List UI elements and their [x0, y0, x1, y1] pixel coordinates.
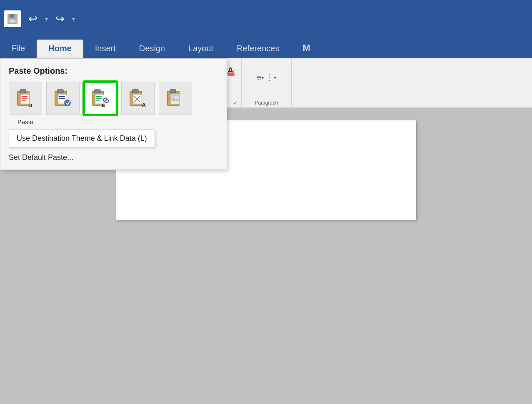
svg-text:a: a [29, 102, 32, 108]
tab-home[interactable]: Home [37, 40, 83, 58]
svg-point-38 [172, 96, 174, 98]
svg-rect-3 [10, 20, 15, 22]
paste-option-label-2 [84, 118, 117, 125]
ribbon: Paste ▾ ✂ ⧉ 🖌 Clipboard Calibri (Body) ▾… [0, 58, 532, 108]
numbering-button[interactable]: ⋮▾ [265, 72, 276, 82]
bullets-button[interactable]: ≡▾ [257, 73, 264, 82]
svg-rect-16 [59, 96, 65, 97]
paste-picture-icon[interactable] [159, 82, 192, 115]
quick-access-dropdown[interactable]: ▾ [72, 15, 75, 22]
svg-rect-24 [96, 100, 100, 101]
title-bar: ↩ ▾ ↪ ▾ [0, 0, 532, 37]
svg-rect-22 [96, 96, 102, 97]
paste-merge-format-icon[interactable] [46, 82, 80, 115]
font-expand-icon[interactable]: ⤢ [233, 100, 237, 106]
paste-options-title: Paste Options: [9, 66, 218, 76]
svg-rect-17 [59, 98, 65, 99]
svg-rect-20 [95, 90, 100, 93]
svg-rect-37 [172, 95, 178, 102]
svg-text:A: A [142, 102, 146, 108]
paste-option-label-4 [159, 118, 192, 125]
paste-option-label-1 [46, 118, 80, 125]
svg-rect-14 [57, 90, 63, 93]
tab-file[interactable]: File [0, 40, 37, 58]
tab-design[interactable]: Design [127, 40, 177, 58]
svg-rect-29 [132, 90, 138, 93]
svg-rect-9 [22, 96, 27, 97]
paragraph-row1: ≡▾ ⋮▾ [257, 72, 277, 82]
paste-option-label-3 [121, 118, 155, 125]
svg-point-26 [104, 99, 109, 103]
undo-button[interactable]: ↩ [26, 11, 40, 27]
tab-bar: File Home Insert Design Layout Reference… [0, 37, 532, 58]
svg-point-18 [64, 100, 71, 106]
svg-rect-1 [10, 14, 14, 17]
paste-icon-labels: Paste [9, 118, 218, 125]
paste-keep-source-icon[interactable]: a [9, 82, 42, 115]
tab-references[interactable]: References [225, 40, 291, 58]
save-button[interactable] [4, 10, 21, 27]
svg-text:a: a [102, 102, 105, 108]
paste-link-dest-theme-icon[interactable]: a [84, 82, 117, 115]
svg-rect-5 [228, 73, 235, 76]
set-default-paste[interactable]: Set Default Paste... [9, 153, 218, 162]
tab-more[interactable]: M [291, 38, 322, 58]
paste-keep-text-icon[interactable]: A [121, 82, 155, 115]
tab-layout[interactable]: Layout [177, 40, 225, 58]
redo-button[interactable]: ↪ [53, 11, 67, 27]
svg-rect-7 [20, 90, 26, 93]
svg-rect-35 [170, 90, 176, 93]
svg-rect-23 [96, 98, 102, 99]
svg-rect-11 [22, 100, 26, 101]
undo-dropdown[interactable]: ▾ [45, 15, 48, 22]
tab-insert[interactable]: Insert [83, 40, 127, 58]
paste-options-panel: Paste Options: a [0, 58, 227, 170]
paste-tooltip: Use Destination Theme & Link Data (L) [9, 130, 155, 147]
paste-icons-row: a [9, 82, 218, 115]
svg-rect-10 [22, 98, 27, 99]
paragraph-group-label: Paragraph [255, 100, 278, 106]
paragraph-group: ≡▾ ⋮▾ Paragraph [242, 58, 292, 107]
paste-option-label-0: Paste [9, 118, 42, 125]
